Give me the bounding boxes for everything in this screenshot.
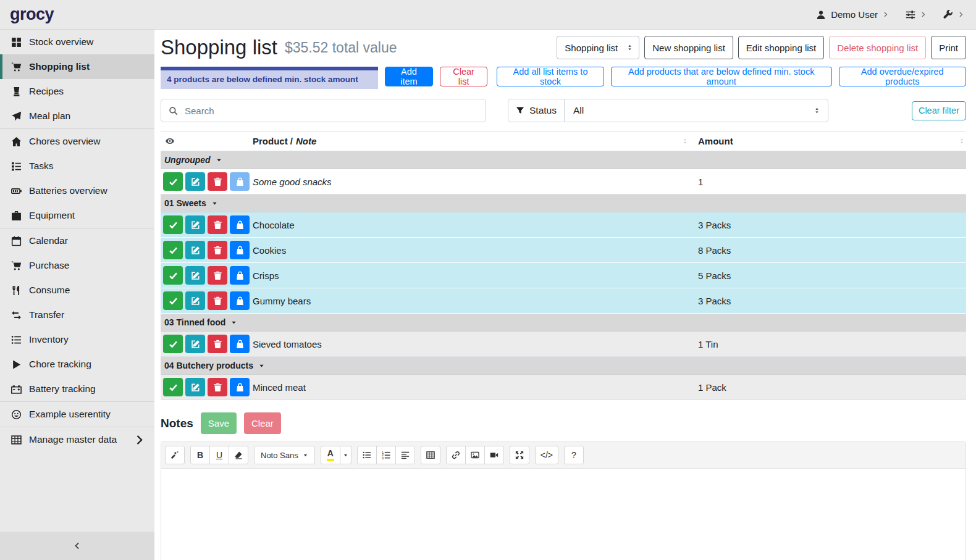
insert-link-button[interactable]	[446, 446, 466, 464]
ordered-list-button[interactable]	[376, 446, 396, 464]
add-to-stock-button[interactable]	[230, 266, 250, 285]
mark-done-button[interactable]	[163, 335, 183, 353]
sidebar-item-stock-overview[interactable]: Stock overview	[0, 30, 154, 54]
delete-item-button[interactable]	[208, 241, 227, 259]
clear-format-button[interactable]	[229, 446, 248, 464]
paragraph-button[interactable]	[395, 446, 415, 464]
mark-done-button[interactable]	[163, 378, 183, 396]
delete-shopping-list-button[interactable]: Delete shopping list	[829, 36, 926, 59]
sidebar-item-label: Stock overview	[29, 36, 93, 48]
font-family-select[interactable]: Noto Sans	[254, 446, 315, 464]
add-overdue-button[interactable]: Add overdue/expired products	[839, 67, 966, 86]
admin-menu[interactable]	[943, 10, 964, 20]
min-stock-alert[interactable]: 4 products are below defined min. stock …	[161, 67, 378, 89]
play-icon	[11, 359, 22, 370]
edit-pencil-icon	[191, 220, 200, 230]
delete-item-button[interactable]	[208, 291, 227, 310]
sidebar-item-manage-master-data[interactable]: Manage master data	[0, 427, 154, 452]
insert-video-button[interactable]	[484, 446, 504, 464]
add-to-stock-button[interactable]	[230, 215, 250, 234]
sidebar-item-shopping-list[interactable]: Shopping list	[0, 54, 154, 79]
print-button[interactable]: Print	[931, 36, 966, 59]
sidebar-item-inventory[interactable]: Inventory	[0, 327, 154, 352]
sidebar: Stock overviewShopping listRecipesMeal p…	[0, 30, 154, 560]
group-header-row[interactable]: 01 Sweets	[161, 194, 966, 212]
sidebar-item-consume[interactable]: Consume	[0, 278, 154, 303]
sidebar-item-meal-plan[interactable]: Meal plan	[0, 104, 154, 128]
group-header-row[interactable]: Ungrouped	[161, 151, 966, 169]
user-menu[interactable]: Demo User	[816, 9, 888, 20]
group-header-row[interactable]: 04 Butchery products	[161, 357, 966, 375]
edit-shopping-list-button[interactable]: Edit shopping list	[738, 36, 824, 59]
new-shopping-list-button[interactable]: New shopping list	[644, 36, 733, 59]
sidebar-item-calendar[interactable]: Calendar	[0, 228, 154, 253]
mark-done-button[interactable]	[163, 215, 183, 234]
add-all-to-stock-button[interactable]: Add all list items to stock	[497, 67, 604, 86]
mark-done-button[interactable]	[163, 291, 183, 310]
sidebar-item-recipes[interactable]: Recipes	[0, 79, 154, 104]
sidebar-item-equipment[interactable]: Equipment	[0, 203, 154, 228]
mark-done-button[interactable]	[163, 266, 183, 285]
settings-menu[interactable]	[906, 10, 926, 20]
font-color-dropdown-button[interactable]	[340, 446, 351, 464]
edit-pencil-icon	[191, 340, 200, 349]
help-button[interactable]: ?	[564, 446, 584, 464]
delete-item-button[interactable]	[208, 378, 227, 396]
app-logo[interactable]: grocy	[10, 5, 54, 24]
code-view-button[interactable]: </>	[535, 446, 558, 464]
font-color-button[interactable]: A	[321, 446, 340, 464]
sidebar-item-purchase[interactable]: Purchase	[0, 253, 154, 278]
save-notes-button[interactable]: Save	[201, 412, 237, 434]
bold-button[interactable]: B	[190, 446, 210, 464]
eye-icon[interactable]	[164, 136, 175, 146]
sidebar-collapse-button[interactable]	[0, 532, 154, 560]
sidebar-item-transfer[interactable]: Transfer	[0, 303, 154, 327]
column-header-product[interactable]: Product / Note	[253, 136, 698, 146]
underline-button[interactable]: U	[209, 446, 229, 464]
insert-picture-button[interactable]	[465, 446, 485, 464]
sidebar-item-batteries-overview[interactable]: Batteries overview	[0, 178, 154, 203]
delete-item-button[interactable]	[208, 266, 227, 285]
add-to-stock-button[interactable]	[230, 241, 250, 259]
sort-icon[interactable]	[682, 137, 688, 145]
edit-item-button[interactable]	[185, 215, 205, 234]
status-filter-label[interactable]: Status	[508, 99, 565, 122]
shopping-list-selector[interactable]: Shopping list	[557, 36, 639, 59]
select-arrows-icon	[814, 106, 820, 115]
search-input[interactable]	[185, 106, 478, 116]
magic-style-button[interactable]	[165, 446, 185, 464]
status-filter-select[interactable]: All	[565, 99, 828, 122]
edit-item-button[interactable]	[185, 266, 205, 285]
sort-icon[interactable]	[959, 137, 965, 145]
add-to-stock-button[interactable]	[230, 378, 250, 396]
insert-table-button[interactable]	[421, 446, 440, 464]
fullscreen-button[interactable]	[510, 446, 529, 464]
sidebar-item-chores-overview[interactable]: Chores overview	[0, 129, 154, 154]
add-below-min-stock-button[interactable]: Add products that are below defined min.…	[611, 67, 832, 86]
column-header-amount[interactable]: Amount	[698, 136, 966, 146]
clear-list-button[interactable]: Clear list	[440, 67, 487, 86]
add-to-stock-button[interactable]	[230, 172, 250, 191]
add-to-stock-button[interactable]	[230, 291, 250, 310]
group-header-row[interactable]: 03 Tinned food	[161, 314, 966, 332]
edit-item-button[interactable]	[185, 335, 205, 353]
sidebar-item-tasks[interactable]: Tasks	[0, 154, 154, 178]
delete-item-button[interactable]	[208, 215, 227, 234]
add-to-stock-button[interactable]	[230, 335, 250, 353]
edit-item-button[interactable]	[185, 241, 205, 259]
mark-done-button[interactable]	[163, 241, 183, 259]
mark-done-button[interactable]	[163, 172, 183, 191]
clear-filter-button[interactable]: Clear filter	[912, 101, 966, 120]
edit-item-button[interactable]	[185, 291, 205, 310]
notes-editing-area[interactable]	[161, 469, 965, 560]
edit-item-button[interactable]	[185, 378, 205, 396]
clear-notes-button[interactable]: Clear	[244, 412, 281, 434]
delete-item-button[interactable]	[208, 335, 227, 353]
sidebar-item-battery-tracking[interactable]: Battery tracking	[0, 377, 154, 401]
add-item-button[interactable]: Add item	[385, 67, 433, 86]
unordered-list-button[interactable]	[357, 446, 377, 464]
sidebar-item-example-userentity[interactable]: Example userentity	[0, 402, 154, 427]
sidebar-item-chore-tracking[interactable]: Chore tracking	[0, 352, 154, 377]
delete-item-button[interactable]	[208, 172, 227, 191]
edit-item-button[interactable]	[185, 172, 205, 191]
